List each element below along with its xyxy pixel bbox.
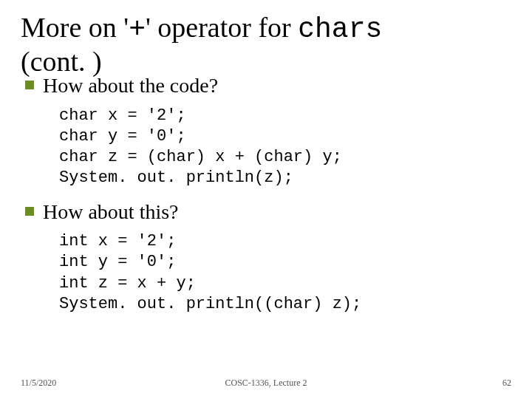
title-mid: ' operator for: [146, 12, 298, 43]
title-plus: +: [129, 13, 146, 45]
code-block-1: char x = '2'; char y = '0'; char z = (ch…: [59, 106, 511, 189]
square-bullet-icon: [25, 81, 34, 89]
bullet-text-2: How about this?: [43, 200, 179, 225]
bullet-text-1: How about the code?: [43, 73, 218, 98]
bullet-item-2: How about this?: [21, 200, 511, 225]
square-bullet-icon: [25, 207, 34, 216]
title-chars: chars: [298, 13, 382, 45]
title-pre: More on ': [21, 12, 129, 43]
title-cont: (cont. ): [21, 46, 102, 77]
slide-title: More on '+' operator for chars (cont. ): [21, 12, 511, 78]
slide: More on '+' operator for chars (cont. ) …: [0, 0, 532, 399]
code-block-2: int x = '2'; int y = '0'; int z = x + y;…: [59, 231, 511, 315]
footer-center: COSC-1336, Lecture 2: [0, 378, 532, 389]
bullet-item-1: How about the code?: [21, 73, 511, 98]
footer-page: 62: [502, 378, 511, 389]
